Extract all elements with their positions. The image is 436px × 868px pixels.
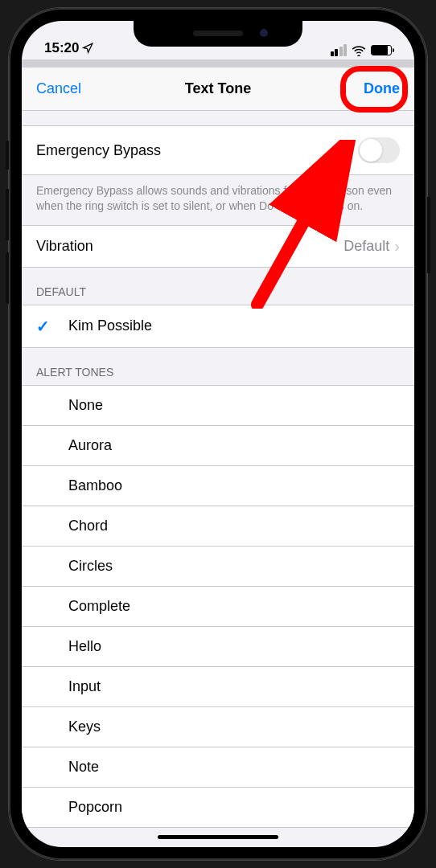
volume-down-button	[6, 252, 9, 304]
alert-tones-list: NoneAuroraBambooChordCirclesCompleteHell…	[22, 385, 414, 828]
power-button	[427, 197, 430, 273]
alert-tone-label: Chord	[68, 518, 108, 534]
vibration-label: Vibration	[36, 238, 93, 255]
alert-tone-label: Note	[68, 759, 99, 775]
alert-tone-label: Keys	[68, 719, 101, 735]
alert-tone-label: Bamboo	[68, 477, 122, 493]
alert-tone-label: Complete	[68, 598, 130, 614]
phone-frame: 15:20 Cancel Text Tone Done	[9, 8, 427, 860]
alert-tone-row[interactable]: Input	[22, 667, 414, 707]
alert-tone-row[interactable]: Popcorn	[22, 788, 414, 828]
checkmark-icon: ✓	[36, 317, 54, 336]
screen: 15:20 Cancel Text Tone Done	[22, 21, 414, 847]
alert-tone-row[interactable]: Complete	[22, 587, 414, 627]
alert-tone-row[interactable]: Aurora	[22, 426, 414, 466]
cancel-button[interactable]: Cancel	[36, 80, 81, 97]
emergency-bypass-footer: Emergency Bypass allows sounds and vibra…	[22, 175, 414, 225]
mute-switch	[6, 141, 9, 170]
alert-tone-label: Popcorn	[68, 799, 122, 815]
cell-signal-icon	[331, 44, 348, 56]
speaker-grille	[193, 31, 243, 36]
alert-tone-row[interactable]: Note	[22, 747, 414, 788]
modal-title: Text Tone	[185, 80, 251, 97]
alert-tone-row[interactable]: None	[22, 385, 414, 426]
modal-header: Cancel Text Tone Done	[22, 68, 414, 111]
alert-tone-row[interactable]: Chord	[22, 506, 414, 547]
alert-tone-row[interactable]: Keys	[22, 707, 414, 747]
alert-tone-label: Circles	[68, 558, 113, 574]
battery-icon	[371, 45, 392, 55]
alert-tone-label: Hello	[68, 638, 101, 654]
alert-tone-label: Input	[68, 678, 101, 694]
done-button[interactable]: Done	[364, 80, 400, 97]
emergency-bypass-row[interactable]: Emergency Bypass	[22, 125, 414, 175]
home-indicator[interactable]	[158, 835, 278, 839]
default-tone-row[interactable]: ✓ Kim Possible	[22, 305, 414, 348]
front-camera	[260, 29, 268, 37]
sheet-backdrop	[22, 59, 414, 68]
toggle-knob	[360, 139, 382, 162]
alert-tone-row[interactable]: Circles	[22, 547, 414, 587]
location-icon	[82, 43, 93, 54]
vibration-value: Default	[343, 238, 389, 255]
emergency-bypass-toggle[interactable]	[358, 137, 400, 163]
status-time: 15:20	[44, 40, 79, 56]
alert-tone-label: Aurora	[68, 437, 112, 453]
alert-tone-label: None	[68, 397, 103, 413]
chevron-right-icon: ›	[394, 237, 400, 256]
volume-up-button	[6, 189, 9, 240]
settings-list[interactable]: Emergency Bypass Emergency Bypass allows…	[22, 111, 414, 828]
default-tone-name: Kim Possible	[68, 317, 152, 334]
wifi-icon	[352, 45, 366, 56]
default-section-header: DEFAULT	[22, 268, 414, 305]
alert-tone-row[interactable]: Hello	[22, 627, 414, 667]
emergency-bypass-label: Emergency Bypass	[36, 142, 161, 159]
vibration-row[interactable]: Vibration Default ›	[22, 225, 414, 268]
alert-tones-header: ALERT TONES	[22, 348, 414, 385]
alert-tone-row[interactable]: Bamboo	[22, 466, 414, 506]
